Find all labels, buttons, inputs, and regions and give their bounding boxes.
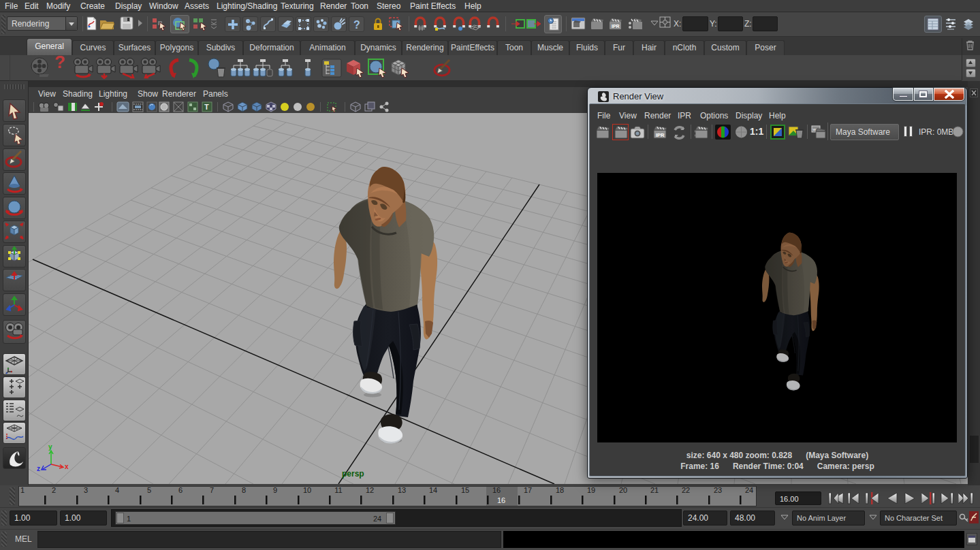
- svg-text:17: 17: [524, 486, 532, 494]
- svg-text:11: 11: [334, 486, 342, 494]
- svg-text:T: T: [204, 103, 209, 111]
- svg-text:10: 10: [303, 486, 311, 494]
- svg-text:8: 8: [242, 486, 246, 494]
- svg-text:16: 16: [492, 486, 501, 494]
- svg-text:x: x: [65, 463, 69, 470]
- svg-text:24: 24: [745, 486, 753, 494]
- svg-text:9: 9: [273, 486, 277, 494]
- svg-text:18: 18: [556, 486, 564, 494]
- svg-text:20: 20: [619, 486, 627, 494]
- svg-text:IPR: IPR: [656, 132, 665, 138]
- svg-text:w: w: [812, 127, 817, 131]
- svg-text:3: 3: [84, 486, 88, 494]
- svg-text:4: 4: [115, 486, 119, 494]
- svg-text:5: 5: [147, 486, 151, 494]
- svg-text:16: 16: [497, 496, 505, 504]
- svg-text:persp: persp: [342, 469, 364, 479]
- svg-text:21: 21: [650, 486, 659, 494]
- svg-text:22: 22: [682, 486, 690, 494]
- svg-text:6: 6: [178, 486, 183, 494]
- svg-text:z: z: [37, 465, 40, 472]
- svg-text:?: ?: [353, 19, 360, 31]
- svg-text:1: 1: [20, 486, 25, 494]
- svg-text:12: 12: [366, 486, 374, 494]
- svg-text:y: y: [48, 443, 52, 451]
- svg-text:13: 13: [398, 486, 406, 494]
- svg-text:23: 23: [714, 486, 722, 494]
- svg-text:15: 15: [461, 486, 469, 494]
- svg-text:19: 19: [587, 486, 595, 494]
- svg-text:7: 7: [210, 486, 214, 494]
- svg-text:IPR: IPR: [612, 24, 620, 29]
- svg-text:2: 2: [52, 486, 56, 494]
- svg-text:14: 14: [429, 486, 437, 494]
